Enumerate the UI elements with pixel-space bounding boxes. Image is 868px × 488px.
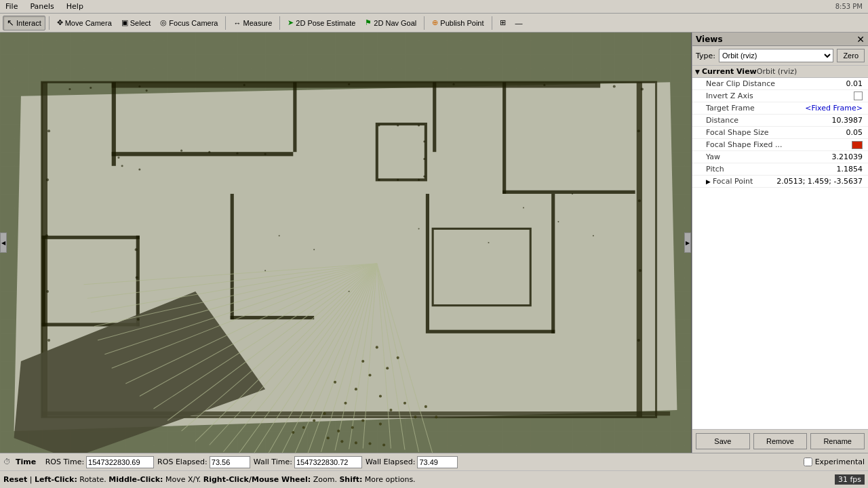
yaw-value[interactable]: 3.21039 bbox=[832, 152, 863, 161]
near-clip-distance-row: Near Clip Distance 0.01 bbox=[692, 78, 868, 90]
measure-button[interactable]: ↔ Measure bbox=[229, 16, 276, 30]
svg-point-128 bbox=[368, 442, 371, 445]
svg-point-69 bbox=[637, 129, 640, 132]
svg-point-59 bbox=[348, 83, 350, 85]
svg-point-58 bbox=[243, 84, 245, 86]
ros-time-section: ROS Time: bbox=[45, 456, 154, 468]
pitch-label: Pitch bbox=[706, 165, 837, 174]
wall-elapsed-input[interactable] bbox=[417, 456, 458, 468]
ros-time-input[interactable] bbox=[86, 456, 154, 468]
focal-shape-size-value[interactable]: 0.05 bbox=[846, 128, 863, 137]
experimental-label: Experimental bbox=[815, 458, 865, 466]
3d-viewport[interactable]: ◀ ▶ bbox=[0, 33, 692, 453]
svg-point-115 bbox=[414, 415, 416, 418]
invert-z-axis-row: Invert Z Axis bbox=[692, 90, 868, 102]
svg-rect-18 bbox=[42, 236, 45, 327]
focal-point-value[interactable]: 2.0513; 1.459; -3.5637 bbox=[776, 177, 863, 186]
wall-time-section: Wall Time: bbox=[254, 456, 362, 468]
panel-title: Views bbox=[696, 35, 723, 44]
svg-point-104 bbox=[361, 360, 364, 363]
wall-time-label: Wall Time: bbox=[254, 458, 292, 466]
hint-text: Reset | Left-Click: Rotate. Middle-Click… bbox=[3, 475, 416, 484]
toolbar-sep-3 bbox=[279, 16, 280, 30]
focal-shape-fixed-color[interactable] bbox=[852, 141, 863, 149]
svg-point-109 bbox=[379, 394, 382, 397]
zero-button[interactable]: Zero bbox=[837, 49, 865, 62]
publish-point-button[interactable]: ⊕ Publish Point bbox=[428, 16, 488, 30]
svg-point-105 bbox=[386, 367, 389, 369]
extra-button-1[interactable]: ⊞ bbox=[496, 16, 510, 30]
measure-label: Measure bbox=[243, 19, 272, 27]
distance-value[interactable]: 10.3987 bbox=[832, 116, 863, 125]
toolbar-sep-5 bbox=[492, 16, 492, 30]
2d-pose-button[interactable]: ➤ 2D Pose Estimate bbox=[283, 16, 359, 30]
select-icon: ▣ bbox=[121, 18, 128, 27]
ros-elapsed-section: ROS Elapsed: bbox=[157, 456, 250, 468]
yaw-row: Yaw 3.21039 bbox=[692, 151, 868, 163]
menu-panels[interactable]: Panels bbox=[27, 2, 56, 11]
ros-elapsed-input[interactable] bbox=[210, 456, 250, 468]
experimental-checkbox[interactable] bbox=[804, 458, 812, 466]
menu-file[interactable]: File bbox=[3, 2, 20, 11]
svg-point-75 bbox=[208, 151, 210, 153]
svg-point-63 bbox=[641, 87, 644, 90]
svg-rect-23 bbox=[551, 194, 555, 333]
target-frame-value[interactable]: <Fixed Frame> bbox=[805, 104, 863, 113]
svg-point-102 bbox=[572, 193, 573, 195]
remove-button[interactable]: Remove bbox=[753, 433, 808, 449]
svg-point-88 bbox=[121, 165, 123, 167]
type-select[interactable]: Orbit (rviz) bbox=[719, 49, 833, 62]
hint-row: Reset | Left-Click: Rotate. Middle-Click… bbox=[0, 471, 868, 487]
wall-time-input[interactable] bbox=[294, 456, 362, 468]
left-panel-handle[interactable]: ◀ bbox=[0, 232, 7, 253]
wall-elapsed-label: Wall Elapsed: bbox=[366, 458, 415, 466]
right-panel-handle[interactable]: ▶ bbox=[684, 232, 691, 253]
svg-point-67 bbox=[46, 290, 49, 293]
svg-point-60 bbox=[452, 83, 454, 85]
focus-camera-button[interactable]: ◎ Focus Camera bbox=[156, 16, 222, 30]
focal-point-row: ▶ Focal Point 2.0513; 1.459; -3.5637 bbox=[692, 176, 868, 188]
svg-point-122 bbox=[313, 419, 315, 422]
extra-button-2[interactable]: — bbox=[511, 16, 527, 30]
svg-point-100 bbox=[557, 221, 559, 222]
2d-nav-label: 2D Nav Goal bbox=[374, 19, 416, 27]
svg-point-77 bbox=[264, 153, 267, 155]
views-panel: Views ✕ Type: Orbit (rviz) Zero ▼ Curren… bbox=[692, 33, 868, 453]
menubar: File Panels Help 8:53 PM bbox=[0, 0, 868, 14]
svg-rect-22 bbox=[429, 330, 555, 333]
focal-shape-size-row: Focal Shape Size 0.05 bbox=[692, 127, 868, 139]
invert-z-checkbox[interactable] bbox=[854, 92, 863, 100]
svg-point-94 bbox=[313, 249, 315, 250]
svg-point-73 bbox=[146, 89, 148, 92]
svg-rect-12 bbox=[502, 82, 506, 194]
extra-icon-2: — bbox=[515, 19, 523, 27]
rename-button[interactable]: Rename bbox=[810, 433, 865, 449]
save-button[interactable]: Save bbox=[696, 433, 750, 449]
focus-camera-label: Focus Camera bbox=[169, 19, 218, 27]
svg-rect-6 bbox=[637, 82, 642, 417]
svg-rect-4 bbox=[112, 82, 601, 87]
svg-point-92 bbox=[137, 318, 140, 321]
interact-icon: ↖ bbox=[7, 18, 14, 28]
pitch-value[interactable]: 1.1854 bbox=[837, 165, 863, 174]
panel-header: Views ✕ bbox=[692, 33, 868, 46]
svg-point-117 bbox=[351, 426, 354, 429]
svg-point-108 bbox=[355, 388, 357, 390]
2d-nav-button[interactable]: ⚑ 2D Nav Goal bbox=[361, 16, 420, 30]
publish-point-icon: ⊕ bbox=[432, 18, 438, 27]
toolbar: ↖ Interact ✥ Move Camera ▣ Select ◎ Focu… bbox=[0, 14, 868, 33]
menu-help[interactable]: Help bbox=[64, 2, 86, 11]
svg-rect-21 bbox=[426, 194, 429, 333]
interact-button[interactable]: ↖ Interact bbox=[3, 16, 45, 30]
panel-close-button[interactable]: ✕ bbox=[856, 35, 865, 44]
focal-point-expand[interactable]: ▶ bbox=[706, 178, 711, 185]
svg-point-56 bbox=[90, 87, 92, 89]
select-button[interactable]: ▣ Select bbox=[117, 16, 155, 30]
svg-point-123 bbox=[302, 426, 305, 429]
near-clip-distance-value[interactable]: 0.01 bbox=[846, 79, 863, 88]
current-view-section[interactable]: ▼ Current View Orbit (rviz) bbox=[692, 66, 868, 78]
svg-point-111 bbox=[344, 402, 347, 405]
2d-nav-icon: ⚑ bbox=[365, 18, 372, 27]
move-camera-button[interactable]: ✥ Move Camera bbox=[53, 16, 116, 30]
svg-point-72 bbox=[637, 339, 640, 342]
